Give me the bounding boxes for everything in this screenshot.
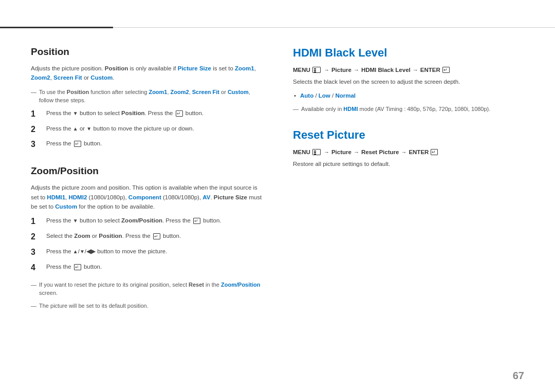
hdmi-menu-path: MENU → Picture → HDMI Black Level → ENTE…: [293, 67, 524, 73]
content-area: Position Adjusts the picture position. P…: [0, 37, 555, 377]
menu-icon-reset: [312, 149, 321, 155]
left-column: Position Adjusts the picture position. P…: [31, 37, 262, 377]
position-note: To use the Position function after selec…: [31, 88, 262, 105]
position-desc: Adjusts the picture position. Position i…: [31, 64, 262, 83]
enter-icon-hdmi: [442, 67, 450, 73]
position-step-3: 3 Press the button.: [31, 139, 262, 150]
zoom-position-title: Zoom/Position: [31, 165, 262, 177]
enter-icon-reset: [431, 149, 438, 155]
hdmi-note: Available only in HDMI mode (AV Timing :…: [293, 105, 524, 114]
reset-picture-title: Reset Picture: [293, 128, 524, 142]
top-line-light: [113, 27, 555, 28]
hdmi-black-level-section: HDMI Black Level MENU → Picture → HDMI B…: [293, 46, 524, 113]
position-step-1: 1 Press the ▼ button to select Position.…: [31, 109, 262, 120]
right-column: HDMI Black Level MENU → Picture → HDMI B…: [293, 37, 524, 377]
zoom-step-3: 3 Press the ▲/▼/◀▶ button to move the pi…: [31, 247, 262, 258]
zoom-position-desc: Adjusts the picture zoom and position. T…: [31, 183, 262, 211]
top-line-dark: [0, 27, 113, 28]
zoom-position-steps: 1 Press the ▼ button to select Zoom/Posi…: [31, 216, 262, 273]
position-step-2: 2 Press the ▲ or ▼ button to move the pi…: [31, 124, 262, 135]
hdmi-options-list: Auto / Low / Normal: [293, 91, 524, 100]
hdmi-black-level-title: HDMI Black Level: [293, 46, 524, 60]
menu-icon-hdmi: [312, 67, 321, 73]
zoom-note-2: The picture will be set to its default p…: [31, 302, 262, 310]
position-section: Position Adjusts the picture position. P…: [31, 46, 262, 150]
position-steps: 1 Press the ▼ button to select Position.…: [31, 109, 262, 150]
page-number: 67: [513, 370, 524, 382]
reset-desc: Restore all picture settings to default.: [293, 159, 524, 169]
reset-menu-path: MENU → Picture → Reset Picture → ENTER: [293, 149, 524, 155]
page-container: Position Adjusts the picture position. P…: [0, 0, 555, 392]
position-title: Position: [31, 46, 262, 58]
hdmi-desc: Selects the black level on the screen to…: [293, 77, 524, 86]
top-lines: [0, 27, 555, 28]
zoom-step-2: 2 Select the Zoom or Position. Press the…: [31, 232, 262, 242]
hdmi-options: Auto / Low / Normal: [293, 91, 524, 100]
zoom-step-1: 1 Press the ▼ button to select Zoom/Posi…: [31, 216, 262, 227]
zoom-step-4: 4 Press the button.: [31, 263, 262, 273]
zoom-position-section: Zoom/Position Adjusts the picture zoom a…: [31, 165, 262, 310]
zoom-note-1: If you want to reset the picture to its …: [31, 281, 262, 297]
reset-picture-section: Reset Picture MENU → Picture → Reset Pic…: [293, 128, 524, 169]
